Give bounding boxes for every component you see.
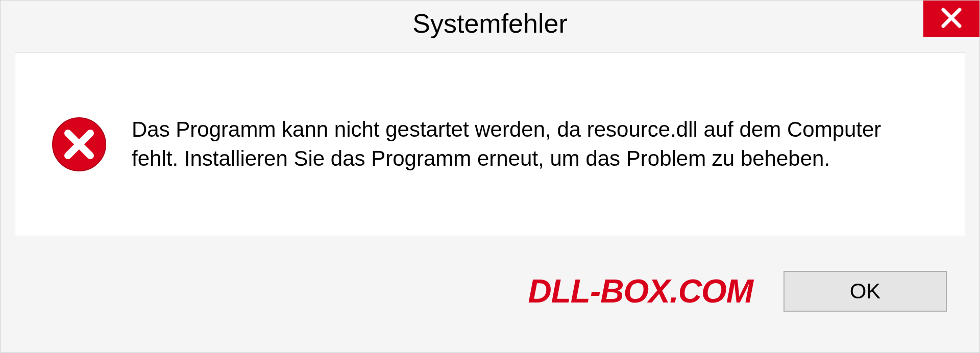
dialog-title: Systemfehler (412, 8, 567, 39)
error-icon (51, 116, 107, 172)
ok-button-label: OK (850, 279, 881, 304)
titlebar: Systemfehler (1, 1, 979, 46)
close-icon (940, 7, 963, 31)
close-button[interactable] (923, 1, 979, 37)
error-message: Das Programm kann nicht gestartet werden… (132, 115, 929, 173)
watermark-text: DLL-BOX.COM (528, 272, 753, 310)
dialog-footer: DLL-BOX.COM OK (1, 250, 979, 352)
error-dialog: Systemfehler Das Programm kann nicht ges… (0, 0, 980, 353)
dialog-content: Das Programm kann nicht gestartet werden… (15, 53, 965, 236)
ok-button[interactable]: OK (783, 271, 947, 312)
